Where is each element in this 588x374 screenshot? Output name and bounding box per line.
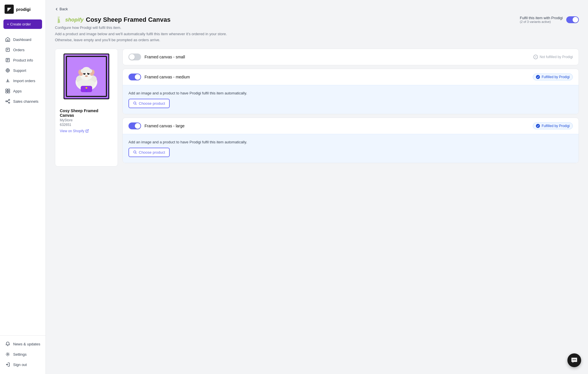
- variant-header-medium: Framed canvas - medium Fulfilled by Prod…: [123, 69, 579, 85]
- variants-panel: Framed canvas - small Not fulfilled by P…: [122, 49, 579, 167]
- svg-point-11: [7, 354, 9, 355]
- variant-header-large: Framed canvas - large Fulfilled by Prodi…: [123, 118, 579, 134]
- page-title-text: Cosy Sheep Framed Canvas: [86, 16, 171, 23]
- apps-icon: [5, 88, 10, 94]
- configure-desc: Configure how Prodigi will fulfil this i…: [55, 25, 227, 31]
- choose-product-button-large[interactable]: Choose product: [128, 148, 170, 157]
- sidebar-label-dashboard: Dashboard: [13, 37, 31, 42]
- view-shopify-label: View on Shopify: [60, 129, 84, 133]
- svg-point-3: [7, 70, 9, 71]
- variant-name-small: Framed canvas - small: [144, 55, 185, 59]
- variant-card-small: Framed canvas - small Not fulfilled by P…: [122, 49, 579, 65]
- sidebar-label-support: Support: [13, 68, 26, 73]
- svg-point-9: [9, 99, 10, 100]
- page-header: shopify Cosy Sheep Framed Canvas Configu…: [55, 16, 579, 43]
- status-badge-medium: Fulfilled by Prodigi: [533, 74, 573, 80]
- chat-bubble[interactable]: [567, 353, 581, 367]
- sidebar-item-import-orders[interactable]: Import orders: [2, 76, 43, 86]
- svg-point-40: [134, 151, 136, 153]
- shopify-icon: [55, 16, 63, 24]
- fulfil-toggle[interactable]: [566, 16, 579, 23]
- external-link-icon: [86, 129, 89, 132]
- svg-point-2: [6, 69, 9, 72]
- variant-left-large: Framed canvas - large: [128, 122, 185, 129]
- variant-left-medium: Framed canvas - medium: [128, 74, 190, 80]
- not-fulfilled-icon: [533, 55, 538, 59]
- choose-product-label-medium: Choose product: [139, 101, 165, 106]
- import-icon: [5, 78, 10, 83]
- product-image-container: [55, 49, 118, 104]
- logo: ◤ prodigi: [0, 5, 45, 19]
- svg-rect-0: [6, 48, 9, 52]
- support-icon: [5, 68, 10, 73]
- svg-rect-7: [8, 91, 10, 93]
- product-image: [64, 54, 109, 99]
- svg-point-35: [86, 87, 87, 89]
- product-card: Cosy Sheep Framed Canvas MyStore 632651 …: [55, 49, 118, 167]
- fulfil-toggle-area: Fulfil this item with Prodigi (2 of 3 va…: [520, 16, 579, 23]
- status-badge-small: Not fulfilled by Prodigi: [533, 55, 573, 59]
- variant-name-medium: Framed canvas - medium: [144, 75, 190, 79]
- svg-point-33: [81, 69, 86, 73]
- svg-point-38: [134, 102, 136, 104]
- svg-point-10: [9, 102, 10, 103]
- status-badge-large: Fulfilled by Prodigi: [533, 122, 573, 129]
- product-icon: [5, 58, 10, 63]
- fulfil-labels: Fulfil this item with Prodigi (2 of 3 va…: [520, 16, 563, 23]
- status-label-small: Not fulfilled by Prodigi: [540, 55, 573, 59]
- sidebar-item-news-updates[interactable]: News & updates: [2, 339, 43, 349]
- sidebar-item-sign-out[interactable]: Sign out: [2, 360, 43, 369]
- variant-body-text-medium: Add an image and a product to have Prodi…: [128, 91, 573, 95]
- sidebar-label-import-orders: Import orders: [13, 79, 35, 83]
- back-link[interactable]: Back: [55, 7, 68, 11]
- search-icon-medium: [133, 101, 137, 105]
- home-icon: [5, 37, 10, 42]
- back-label: Back: [60, 7, 68, 11]
- gear-icon: [5, 352, 10, 357]
- svg-rect-4: [6, 89, 7, 91]
- sidebar: ◤ prodigi + Create order Dashboard Order…: [0, 0, 46, 374]
- fulfilled-icon-medium: [536, 75, 540, 79]
- sidebar-item-apps[interactable]: Apps: [2, 86, 43, 96]
- sidebar-label-news-updates: News & updates: [13, 342, 40, 346]
- choose-product-button-medium[interactable]: Choose product: [128, 99, 170, 108]
- fulfilled-icon-large: [536, 124, 540, 128]
- variant-body-medium: Add an image and a product to have Prodi…: [123, 85, 579, 114]
- page-title-area: shopify Cosy Sheep Framed Canvas Configu…: [55, 16, 227, 43]
- variant-toggle-small[interactable]: [128, 54, 141, 60]
- sidebar-label-sales-channels: Sales channels: [13, 99, 38, 104]
- sidebar-label-apps: Apps: [13, 89, 22, 93]
- sidebar-bottom: News & updates Settings Sign out: [0, 335, 45, 369]
- channels-icon: [5, 99, 10, 104]
- otherwise-desc: Otherwise, leave empty and you'll be pro…: [55, 37, 227, 43]
- logo-icon: ◤: [5, 5, 14, 14]
- signout-icon: [5, 362, 10, 367]
- variant-name-large: Framed canvas - large: [144, 124, 185, 128]
- fulfil-label: Fulfil this item with Prodigi: [520, 16, 563, 20]
- variant-toggle-large[interactable]: [128, 122, 141, 129]
- sidebar-item-product-info[interactable]: Product info: [2, 55, 43, 65]
- bell-icon: [5, 341, 10, 347]
- shopify-wordmark: shopify: [65, 17, 84, 23]
- sidebar-label-sign-out: Sign out: [13, 363, 27, 367]
- choose-product-label-large: Choose product: [139, 150, 165, 155]
- variant-toggle-medium[interactable]: [128, 74, 141, 80]
- search-icon-large: [133, 150, 137, 154]
- variant-card-large: Framed canvas - large Fulfilled by Prodi…: [122, 118, 579, 163]
- create-order-button[interactable]: + Create order: [3, 19, 42, 29]
- status-label-large: Fulfilled by Prodigi: [542, 124, 570, 128]
- sidebar-item-sales-channels[interactable]: Sales channels: [2, 96, 43, 106]
- variant-left-small: Framed canvas - small: [128, 54, 185, 60]
- fulfil-active-label: (2 of 3 variants active): [520, 20, 563, 23]
- svg-point-42: [574, 359, 575, 360]
- sidebar-item-dashboard[interactable]: Dashboard: [2, 35, 43, 44]
- sheep-illustration: [65, 55, 108, 98]
- variant-body-text-large: Add an image and a product to have Prodi…: [128, 140, 573, 144]
- svg-rect-6: [6, 91, 7, 93]
- svg-point-34: [86, 69, 92, 73]
- sidebar-item-support[interactable]: Support: [2, 66, 43, 75]
- sidebar-item-settings[interactable]: Settings: [2, 349, 43, 359]
- sidebar-item-orders[interactable]: Orders: [2, 45, 43, 55]
- chat-icon: [571, 357, 577, 363]
- view-shopify-link[interactable]: View on Shopify: [60, 129, 113, 133]
